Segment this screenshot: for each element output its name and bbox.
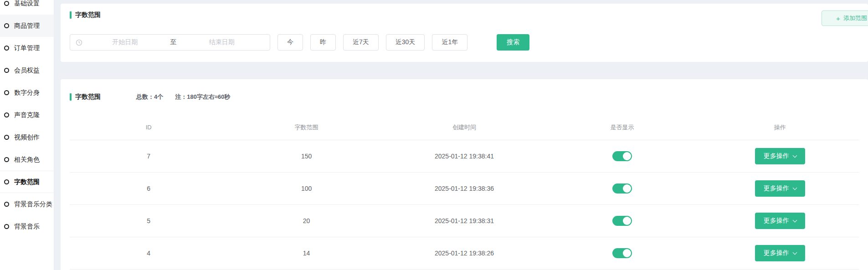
start-date-input[interactable]: 开始日期 (82, 38, 168, 46)
date-range-separator: 至 (168, 38, 180, 46)
more-actions-button[interactable]: 更多操作 (755, 180, 805, 197)
sidebar-item-order-management[interactable]: 订单管理 (0, 37, 54, 59)
cell-created: 2025-01-12 19:38:26 (385, 250, 543, 257)
chevron-down-icon (792, 185, 797, 190)
cell-range: 150 (227, 153, 385, 160)
cell-range: 100 (227, 185, 385, 192)
quick-filter-today-button[interactable]: 今 (277, 34, 303, 51)
column-header-visible: 是否显示 (543, 123, 701, 132)
cell-id: 5 (70, 217, 227, 224)
more-actions-button[interactable]: 更多操作 (755, 213, 805, 229)
sidebar-item-voice-clone[interactable]: 声音克隆 (0, 104, 54, 126)
sidebar-item-label: 基础设置 (14, 0, 40, 8)
sidebar-item-label: 声音克隆 (14, 111, 40, 119)
section-marker-bar (70, 93, 72, 101)
radio-circle-icon (4, 46, 9, 51)
table-row: 6 100 2025-01-12 19:38:36 更多操作 (70, 173, 859, 205)
radio-circle-icon (4, 224, 9, 229)
table-card: 字数范围 总数：4个 注：180字左右≈60秒 ID 字数范围 创建时间 是否显… (61, 79, 868, 270)
more-actions-button[interactable]: 更多操作 (755, 148, 805, 164)
visibility-toggle[interactable] (612, 183, 632, 194)
sidebar-item-label: 会员权益 (14, 66, 40, 75)
cell-range: 14 (227, 250, 385, 257)
cell-id: 6 (70, 185, 227, 192)
sidebar-item-label: 订单管理 (14, 44, 40, 52)
sidebar-item-label: 背景音乐分类 (14, 200, 52, 209)
cell-id: 7 (70, 153, 227, 160)
sidebar-item-label: 视频创作 (14, 133, 40, 142)
radio-circle-icon (4, 1, 9, 6)
table-row: 5 20 2025-01-12 19:38:31 更多操作 (70, 205, 859, 237)
cell-range: 20 (227, 217, 385, 224)
radio-circle-icon (4, 135, 9, 140)
sidebar-item-bgm-category[interactable]: 背景音乐分类 (0, 193, 54, 215)
table-row: 7 150 2025-01-12 19:38:41 更多操作 (70, 140, 859, 173)
table-header-row: ID 字数范围 创建时间 是否显示 操作 (70, 115, 859, 140)
table-meta: 总数：4个 注：180字左右≈60秒 (136, 93, 231, 101)
date-range-picker[interactable]: 开始日期 至 结束日期 (70, 34, 270, 51)
column-header-created: 创建时间 (385, 123, 543, 132)
radio-circle-icon (4, 90, 9, 95)
more-actions-label: 更多操作 (764, 184, 789, 193)
filter-row: 开始日期 至 结束日期 今 昨 近7天 近30天 近1年 搜索 (70, 34, 859, 51)
sidebar-item-product-management[interactable]: 商品管理 (0, 15, 54, 37)
cell-id: 4 (70, 250, 227, 257)
cell-created: 2025-01-12 19:38:41 (385, 153, 543, 160)
search-button[interactable]: 搜索 (497, 34, 529, 51)
chevron-down-icon (792, 218, 797, 222)
visibility-toggle[interactable] (612, 248, 632, 258)
visibility-toggle[interactable] (612, 216, 632, 226)
column-header-id: ID (70, 124, 227, 131)
sidebar-item-label: 商品管理 (14, 22, 40, 30)
main-content: 字数范围 + 添加范围 开始日期 至 结束日期 今 昨 近7天 近30天 (61, 0, 868, 270)
more-actions-label: 更多操作 (764, 152, 789, 160)
more-actions-button[interactable]: 更多操作 (755, 245, 805, 261)
add-range-button-label: 添加范围 (843, 14, 867, 22)
chevron-down-icon (792, 250, 797, 255)
note-label: 注：180字左右≈60秒 (175, 93, 230, 101)
radio-circle-icon (4, 23, 9, 28)
end-date-input[interactable]: 结束日期 (180, 38, 265, 46)
sidebar-item-basic-settings[interactable]: 基础设置 (0, 0, 54, 15)
quick-filter-7days-button[interactable]: 近7天 (343, 34, 379, 51)
chevron-down-icon (792, 153, 797, 158)
clock-icon (76, 39, 82, 46)
radio-circle-icon (4, 202, 9, 207)
filter-card: 字数范围 + 添加范围 开始日期 至 结束日期 今 昨 近7天 近30天 (61, 4, 868, 62)
sidebar-item-bgm[interactable]: 背景音乐 (0, 215, 54, 238)
word-range-table: ID 字数范围 创建时间 是否显示 操作 7 150 2025-01-12 19… (70, 115, 859, 270)
sidebar-item-digital-avatar[interactable]: 数字分身 (0, 82, 54, 104)
total-count-label: 总数：4个 (136, 93, 163, 101)
sidebar-item-word-count-range[interactable]: 字数范围 (0, 171, 54, 193)
filter-card-title: 字数范围 (75, 11, 101, 19)
table-card-header: 字数范围 总数：4个 注：180字左右≈60秒 (61, 79, 868, 101)
visibility-toggle[interactable] (612, 151, 632, 161)
more-actions-label: 更多操作 (764, 217, 789, 225)
cell-created: 2025-01-12 19:38:36 (385, 185, 543, 192)
sidebar-item-label: 字数范围 (14, 178, 40, 186)
sidebar-item-label: 相关角色 (14, 156, 40, 164)
cell-created: 2025-01-12 19:38:31 (385, 217, 543, 224)
radio-circle-icon (4, 179, 9, 184)
sidebar: 基础设置 商品管理 订单管理 会员权益 数字分身 声音克隆 视频创作 相关角色 (0, 0, 54, 270)
add-range-button[interactable]: + 添加范围 (822, 10, 868, 26)
table-row: 4 14 2025-01-12 19:38:26 更多操作 (70, 237, 859, 270)
sidebar-menu: 基础设置 商品管理 订单管理 会员权益 数字分身 声音克隆 视频创作 相关角色 (0, 0, 54, 238)
sidebar-item-label: 数字分身 (14, 89, 40, 97)
quick-filter-yesterday-button[interactable]: 昨 (310, 34, 336, 51)
radio-circle-icon (4, 68, 9, 73)
quick-filter-30days-button[interactable]: 近30天 (386, 34, 425, 51)
table-card-title: 字数范围 (75, 93, 101, 101)
more-actions-label: 更多操作 (764, 249, 789, 257)
radio-circle-icon (4, 157, 9, 162)
sidebar-item-related-roles[interactable]: 相关角色 (0, 148, 54, 171)
sidebar-item-video-creation[interactable]: 视频创作 (0, 126, 54, 148)
quick-filter-1year-button[interactable]: 近1年 (432, 34, 467, 51)
sidebar-item-member-benefits[interactable]: 会员权益 (0, 59, 54, 82)
plus-icon: + (836, 15, 840, 22)
column-header-range: 字数范围 (227, 123, 385, 132)
radio-circle-icon (4, 112, 9, 117)
column-header-actions: 操作 (701, 123, 859, 132)
filter-card-header: 字数范围 (61, 4, 868, 19)
sidebar-item-label: 背景音乐 (14, 223, 40, 231)
